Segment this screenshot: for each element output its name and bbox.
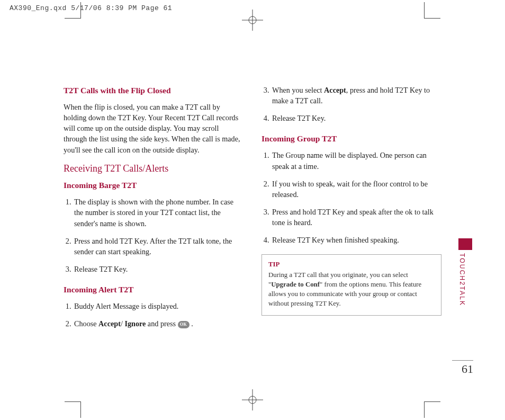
barge-list: The display is shown with the phone numb… — [64, 196, 244, 274]
list-item: Release T2T Key. — [73, 264, 244, 274]
paragraph: When the flip is closed, you can make a … — [64, 102, 244, 155]
list-item: Buddy Alert Message is displayed. — [73, 301, 244, 311]
alert-list-cont: When you select Accept, press and hold T… — [261, 85, 441, 123]
heading-group: Incoming Group T2T — [261, 133, 441, 145]
crop-mark — [424, 401, 440, 418]
side-tab: TOUCH2TALK — [458, 238, 472, 306]
svg-point-0 — [249, 16, 256, 24]
tip-box: TIP During a T2T call that you originate… — [261, 254, 441, 316]
heading-barge: Incoming Barge T2T — [64, 180, 244, 191]
heading-receiving: Receiving T2T Calls/Alerts — [64, 162, 244, 176]
tip-title: TIP — [268, 260, 435, 270]
side-tab-label: TOUCH2TALK — [458, 253, 466, 306]
list-item: The Group name will be displayed. One pe… — [271, 150, 441, 171]
list-item: If you wish to speak, wait for the floor… — [271, 178, 441, 200]
list-item: When you select Accept, press and hold T… — [271, 85, 441, 106]
registration-mark-icon — [242, 389, 263, 410]
heading-alert: Incoming Alert T2T — [64, 284, 244, 296]
right-column: When you select Accept, press and hold T… — [261, 85, 441, 336]
list-item: Press and hold T2T Key. After the T2T ta… — [73, 236, 244, 257]
ok-key-icon: OK — [178, 321, 190, 328]
heading-flip-closed: T2T Calls with the Flip Closed — [64, 85, 244, 96]
group-list: The Group name will be displayed. One pe… — [261, 150, 441, 245]
registration-mark-icon — [242, 10, 263, 31]
list-item: Press and hold T2T Key and speak after t… — [271, 207, 441, 228]
page-number: 61 — [452, 360, 473, 376]
list-item: The display is shown with the phone numb… — [73, 196, 244, 228]
alert-list: Buddy Alert Message is displayed. Choose… — [64, 301, 244, 329]
list-item: Release T2T Key when finished speaking. — [271, 235, 441, 245]
crop-mark — [424, 2, 440, 19]
print-slug: AX390_Eng.qxd 5/17/06 8:39 PM Page 61 — [10, 4, 172, 12]
svg-point-3 — [249, 396, 256, 404]
page-content: T2T Calls with the Flip Closed When the … — [64, 85, 441, 336]
side-tab-block — [458, 238, 472, 250]
list-item: Release T2T Key. — [271, 113, 441, 123]
list-item: Choose Accept/ Ignore and press OK . — [73, 318, 244, 329]
left-column: T2T Calls with the Flip Closed When the … — [64, 85, 244, 336]
crop-mark — [65, 401, 81, 418]
